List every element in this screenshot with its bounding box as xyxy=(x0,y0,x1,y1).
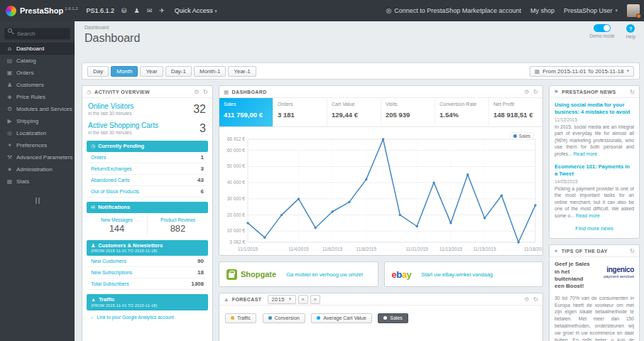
quick-access-menu[interactable]: Quick Access ▾ xyxy=(175,7,217,14)
kpi-sales[interactable]: Sales411 759,00 € xyxy=(219,98,273,126)
section-subtitle: (FROM 2015-11-01 TO 2015-11-18) xyxy=(91,249,204,254)
sales-chart: 66 912 €60 000 €50 000 €40 000 €30 000 €… xyxy=(219,129,542,254)
prev-year-button[interactable]: « xyxy=(298,295,308,304)
panel-header: ▦ DASHBOARD ⚙↻ xyxy=(219,86,542,98)
google-analytics-link[interactable]: →Link to your Google Analytics account xyxy=(82,310,212,324)
refresh-icon[interactable]: ↻ xyxy=(630,248,635,254)
kpi-orders[interactable]: Orders3 181 xyxy=(273,98,327,126)
kpi-value: 3 181 xyxy=(278,111,322,119)
abandoned-carts-link[interactable]: Abandoned Carts xyxy=(91,178,129,183)
new-subscriptions-link[interactable]: New Subscriptions xyxy=(91,270,132,275)
sidebar-item-price-rules[interactable]: ◈Price Rules xyxy=(0,91,75,103)
shop-name-link[interactable]: PS1.6.1.2 xyxy=(87,7,115,14)
kpi-label: Cart Value xyxy=(332,102,376,107)
news-body: Using social media for your business: 4 … xyxy=(550,98,639,238)
read-more-link[interactable]: Read more xyxy=(573,151,597,156)
marketplace-connect-link[interactable]: ◎Connect to PrestaShop Marketplace accou… xyxy=(386,7,520,14)
kpi-visits[interactable]: Visits205 939 xyxy=(381,98,435,126)
kpi-cart-value[interactable]: Cart Value129,44 € xyxy=(327,98,381,126)
news-icon: ⚑ xyxy=(554,89,559,95)
gear-icon[interactable]: ⚙ xyxy=(524,89,530,95)
user-menu[interactable]: PrestaShop User ▾ xyxy=(564,7,618,14)
year-select[interactable]: 2015▾ xyxy=(268,295,296,304)
my-shop-link[interactable]: My shop xyxy=(530,7,555,14)
svg-text:40 000 €: 40 000 € xyxy=(227,180,246,185)
search-input[interactable] xyxy=(4,28,70,40)
refresh-icon[interactable]: ↻ xyxy=(533,89,538,95)
kpi-label: Sales xyxy=(224,102,268,107)
customers-icon[interactable]: ♟ xyxy=(134,7,140,14)
pending-returns-link[interactable]: Return/Exchanges xyxy=(91,166,132,171)
demo-mode-toggle[interactable] xyxy=(594,24,611,32)
active-carts-link[interactable]: Active Shopping Carts xyxy=(88,121,207,129)
refresh-icon[interactable]: ↻ xyxy=(630,89,635,95)
gear-icon[interactable]: ⚙ xyxy=(524,296,530,303)
next-year-button[interactable]: » xyxy=(310,295,320,304)
ebay-cta-link[interactable]: Start uw eBay-winkel vandaag xyxy=(421,271,493,278)
help-icon[interactable]: ? xyxy=(626,24,635,33)
date-range-picker[interactable]: ▦ From 2015-11-01 To 2015-11-18 ▾ xyxy=(530,66,634,77)
product-reviews-stat[interactable]: Product Reviews 882 xyxy=(147,215,208,236)
refresh-icon[interactable]: ↻ xyxy=(533,296,538,303)
out-of-stock-link[interactable]: Out of Stock Products xyxy=(91,189,139,194)
sidebar-collapse-button[interactable] xyxy=(33,197,42,204)
sidebar-item-orders[interactable]: ▣Orders xyxy=(0,67,75,79)
sidebar-item-administration[interactable]: ★Administration xyxy=(0,163,75,175)
pending-orders-link[interactable]: Orders xyxy=(91,155,106,160)
total-subscribers-link[interactable]: Total Subscribers xyxy=(91,281,129,286)
main-content: Dashboard Dashboard Demo mode ? Help Day… xyxy=(75,21,644,341)
shopgate-module-panel: Shopgate Ga mobiel en verhoog uw omzet xyxy=(219,261,378,287)
forecast-toggle-traffic[interactable]: Traffic xyxy=(225,313,256,323)
kpi-label: Visits xyxy=(386,102,430,107)
find-more-news-link[interactable]: Find more news xyxy=(555,225,634,232)
chart-legend[interactable]: Sales xyxy=(510,132,534,140)
forecast-toggle-conversion[interactable]: Conversion xyxy=(263,313,305,323)
rocket-icon[interactable]: ✈ xyxy=(159,7,165,14)
news-article-title-link[interactable]: Ecommerce 101: Payments in a Tweet xyxy=(555,163,634,178)
cart-icon[interactable]: ⛁ xyxy=(121,7,127,14)
sidebar-item-customers[interactable]: ♟Customers xyxy=(0,79,75,91)
sidebar-item-catalog[interactable]: ▤Catalog xyxy=(0,55,75,67)
messages-icon[interactable]: ✉ xyxy=(147,7,153,14)
shopgate-logo-icon xyxy=(227,269,237,280)
sidebar-item-dashboard[interactable]: ⌂Dashboard xyxy=(0,43,75,55)
kpi-value: 411 759,00 € xyxy=(224,111,268,119)
filter-month-1-button[interactable]: Month-1 xyxy=(194,66,226,77)
dashboard-panel: ▦ DASHBOARD ⚙↻ Sales411 759,00 € Orders3… xyxy=(219,85,543,256)
forecast-toggle-average-cart-value[interactable]: Average Cart Value xyxy=(311,313,371,323)
avatar[interactable] xyxy=(627,4,640,17)
sidebar-item-preferences[interactable]: ✦Preferences xyxy=(0,139,75,151)
sidebar-item-localization[interactable]: ◎Localization xyxy=(0,127,75,139)
new-messages-stat[interactable]: New Messages 144 xyxy=(87,215,147,236)
gear-icon[interactable]: ⚙ xyxy=(194,89,200,95)
refresh-icon[interactable]: ↻ xyxy=(203,89,208,95)
breadcrumb: Dashboard xyxy=(84,25,637,30)
online-visitors-link[interactable]: Online Visitors xyxy=(88,102,207,110)
sidebar-item-advanced-parameters[interactable]: ⚒Advanced Parameters xyxy=(0,151,75,163)
filter-month-button[interactable]: Month xyxy=(111,66,138,77)
forecast-toggle-sales[interactable]: Sales xyxy=(378,313,408,323)
news-article-title-link[interactable]: Using social media for your business: 4 … xyxy=(555,102,634,116)
filter-day-1-button[interactable]: Day-1 xyxy=(165,66,192,77)
traffic-header: ▲Traffic(FROM 2015-11-01 TO 2015-11-18) xyxy=(87,294,208,310)
svg-text:11/8/2015: 11/8/2015 xyxy=(356,247,377,251)
chart-up-icon: ▲ xyxy=(91,297,96,302)
filter-year-button[interactable]: Year xyxy=(140,66,163,77)
sidebar-item-label: Catalog xyxy=(16,58,36,64)
news-article: Using social media for your business: 4 … xyxy=(555,102,634,157)
new-customers-link[interactable]: New Customers xyxy=(91,259,126,264)
legend-dot-icon xyxy=(513,134,517,138)
sidebar-item-shipping[interactable]: ▶Shipping xyxy=(0,115,75,127)
sidebar-item-modules-services[interactable]: ⚙Modules and Services xyxy=(0,103,75,115)
read-more-link[interactable]: Read more xyxy=(576,213,600,218)
kpi-net-profit[interactable]: Net Profit148 918,51 € xyxy=(489,98,542,126)
panel-title: TIPS OF THE DAY xyxy=(562,249,608,254)
kpi-conversion-rate[interactable]: Conversion Rate1.54% xyxy=(435,98,489,126)
sidebar-item-label: Stats xyxy=(16,178,29,185)
filter-day-button[interactable]: Day xyxy=(87,66,109,77)
sidebar-item-stats[interactable]: ▦Stats xyxy=(0,175,75,188)
svg-text:11/1/2015: 11/1/2015 xyxy=(238,247,258,251)
shopgate-cta-link[interactable]: Ga mobiel en verhoog uw omzet xyxy=(286,271,363,278)
sidebar-item-label: Localization xyxy=(16,130,46,136)
filter-year-1-button[interactable]: Year-1 xyxy=(228,66,256,77)
